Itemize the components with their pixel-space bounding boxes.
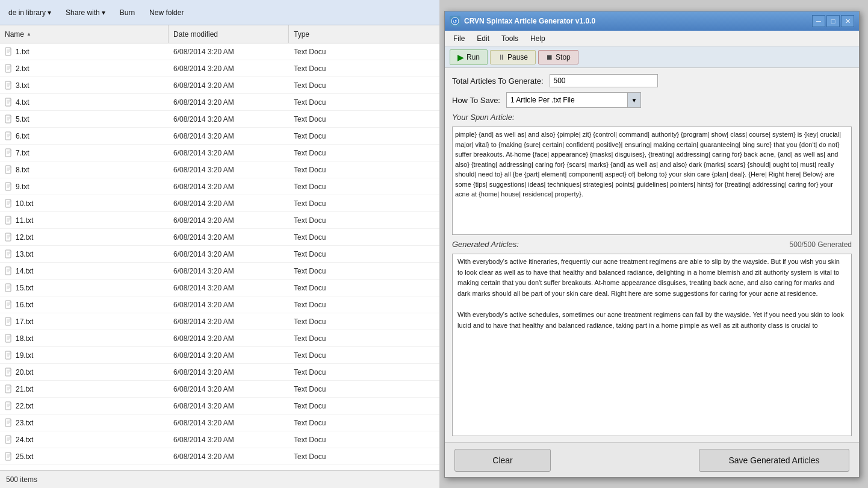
file-type-cell: Text Docu: [289, 115, 361, 124]
maximize-button[interactable]: □: [826, 15, 840, 27]
file-type-cell: Text Docu: [289, 250, 361, 258]
file-type-cell: Text Docu: [289, 216, 361, 225]
file-name-text: 1.txt: [16, 48, 29, 56]
file-icon: [5, 148, 13, 158]
how-to-save-select-container[interactable]: 1 Article Per .txt File All Articles In …: [506, 92, 641, 108]
file-row[interactable]: 20.txt6/08/2014 3:20 AMText Docu: [0, 364, 439, 381]
file-name-text: 12.txt: [16, 233, 33, 242]
file-row[interactable]: 23.txt6/08/2014 3:20 AMText Docu: [0, 414, 439, 431]
total-articles-input[interactable]: [550, 74, 658, 87]
file-name-cell: 20.txt: [0, 368, 169, 377]
file-date-cell: 6/08/2014 3:20 AM: [169, 64, 289, 73]
file-list[interactable]: 1.txt6/08/2014 3:20 AMText Docu2.txt6/08…: [0, 43, 439, 470]
file-row[interactable]: 4.txt6/08/2014 3:20 AMText Docu: [0, 94, 439, 111]
file-name-text: 14.txt: [16, 267, 33, 275]
file-row[interactable]: 16.txt6/08/2014 3:20 AMText Docu: [0, 296, 439, 313]
share-dropdown-icon: ▾: [102, 8, 105, 17]
file-name-cell: 19.txt: [0, 351, 169, 360]
file-row[interactable]: 6.txt6/08/2014 3:20 AMText Docu: [0, 128, 439, 145]
file-name-cell: 5.txt: [0, 114, 169, 124]
file-row[interactable]: 9.txt6/08/2014 3:20 AMText Docu: [0, 178, 439, 195]
file-icon: [5, 351, 13, 360]
file-name-text: 8.txt: [16, 166, 29, 174]
new-folder-button[interactable]: New folder: [146, 6, 187, 19]
run-button[interactable]: ▶ Run: [450, 49, 488, 65]
name-column-header[interactable]: Name ▲: [0, 25, 169, 43]
close-button[interactable]: ✕: [841, 15, 854, 27]
menu-tools[interactable]: Tools: [495, 33, 524, 45]
spun-article-label: Your Spun Article:: [452, 113, 515, 122]
file-name-cell: 7.txt: [0, 148, 169, 158]
file-row[interactable]: 18.txt6/08/2014 3:20 AMText Docu: [0, 330, 439, 347]
file-name-cell: 12.txt: [0, 233, 169, 242]
file-name-cell: 10.txt: [0, 199, 169, 208]
stop-icon: ⏹: [546, 53, 553, 61]
date-column-header[interactable]: Date modified: [169, 25, 289, 43]
file-row[interactable]: 11.txt6/08/2014 3:20 AMText Docu: [0, 212, 439, 229]
file-name-cell: 11.txt: [0, 216, 169, 225]
file-row[interactable]: 14.txt6/08/2014 3:20 AMText Docu: [0, 263, 439, 280]
file-date-cell: 6/08/2014 3:20 AM: [169, 385, 289, 393]
file-row[interactable]: 17.txt6/08/2014 3:20 AMText Docu: [0, 313, 439, 330]
file-row[interactable]: 2.txt6/08/2014 3:20 AMText Docu: [0, 60, 439, 77]
file-row[interactable]: 15.txt6/08/2014 3:20 AMText Docu: [0, 280, 439, 296]
file-row[interactable]: 25.txt6/08/2014 3:20 AMText Docu: [0, 448, 439, 465]
file-row[interactable]: 22.txt6/08/2014 3:20 AMText Docu: [0, 398, 439, 414]
menu-edit[interactable]: Edit: [471, 33, 495, 45]
generated-articles-header: Generated Articles: 500/500 Generated: [452, 240, 852, 249]
file-type-cell: Text Docu: [289, 64, 361, 73]
file-name-text: 19.txt: [16, 351, 33, 360]
file-name-cell: 17.txt: [0, 317, 169, 327]
file-date-cell: 6/08/2014 3:20 AM: [169, 149, 289, 157]
file-name-text: 7.txt: [16, 149, 29, 157]
file-row[interactable]: 24.txt6/08/2014 3:20 AMText Docu: [0, 431, 439, 448]
file-row[interactable]: 13.txt6/08/2014 3:20 AMText Docu: [0, 246, 439, 263]
share-with-button[interactable]: Share with ▾: [62, 6, 109, 19]
file-name-text: 11.txt: [16, 216, 33, 225]
file-icon: [5, 266, 13, 276]
file-name-text: 24.txt: [16, 436, 33, 444]
select-arrow-icon[interactable]: ▼: [627, 93, 640, 107]
file-name-cell: 23.txt: [0, 418, 169, 428]
spun-article-area[interactable]: pimple} {and| as well as| and also} {pim…: [452, 127, 852, 235]
include-in-library-button[interactable]: de in library ▾: [5, 6, 55, 19]
file-name-text: 6.txt: [16, 132, 29, 140]
generated-articles-area[interactable]: With everybody's active itineraries, fre…: [452, 254, 852, 436]
file-icon: [5, 435, 13, 445]
burn-button[interactable]: Burn: [116, 6, 138, 19]
save-button[interactable]: Save Generated Articles: [699, 449, 849, 472]
menu-bar: File Edit Tools Help: [445, 31, 859, 46]
file-name-cell: 18.txt: [0, 334, 169, 343]
file-row[interactable]: 10.txt6/08/2014 3:20 AMText Docu: [0, 195, 439, 212]
file-row[interactable]: 12.txt6/08/2014 3:20 AMText Docu: [0, 229, 439, 246]
file-type-cell: Text Docu: [289, 351, 361, 360]
clear-button[interactable]: Clear: [454, 449, 551, 472]
file-type-cell: Text Docu: [289, 436, 361, 444]
menu-help[interactable]: Help: [524, 33, 551, 45]
minimize-button[interactable]: ─: [812, 15, 825, 27]
file-name-text: 13.txt: [16, 250, 33, 258]
stop-button[interactable]: ⏹ Stop: [538, 50, 578, 64]
file-date-cell: 6/08/2014 3:20 AM: [169, 436, 289, 444]
file-row[interactable]: 7.txt6/08/2014 3:20 AMText Docu: [0, 145, 439, 161]
file-row[interactable]: 5.txt6/08/2014 3:20 AMText Docu: [0, 111, 439, 128]
file-date-cell: 6/08/2014 3:20 AM: [169, 284, 289, 292]
title-bar: ↺ CRVN Spintax Article Generator v1.0.0 …: [445, 11, 859, 31]
file-row[interactable]: 19.txt6/08/2014 3:20 AMText Docu: [0, 347, 439, 364]
file-row[interactable]: 3.txt6/08/2014 3:20 AMText Docu: [0, 77, 439, 94]
file-row[interactable]: 21.txt6/08/2014 3:20 AMText Docu: [0, 381, 439, 398]
menu-file[interactable]: File: [447, 33, 471, 45]
file-icon: [5, 64, 13, 74]
file-icon: [5, 165, 13, 175]
spun-article-section: Your Spun Article:: [452, 113, 852, 122]
file-type-cell: Text Docu: [289, 81, 361, 90]
how-to-save-row: How To Save: 1 Article Per .txt File All…: [452, 92, 852, 108]
file-row[interactable]: 1.txt6/08/2014 3:20 AMText Docu: [0, 43, 439, 60]
file-row[interactable]: 8.txt6/08/2014 3:20 AMText Docu: [0, 161, 439, 178]
how-to-save-select[interactable]: 1 Article Per .txt File All Articles In …: [507, 94, 627, 106]
app-icon: ↺: [450, 16, 460, 27]
type-column-header[interactable]: Type: [289, 25, 361, 43]
how-to-save-label: How To Save:: [452, 96, 500, 105]
file-type-cell: Text Docu: [289, 402, 361, 410]
pause-button[interactable]: ⏸ Pause: [490, 50, 536, 64]
